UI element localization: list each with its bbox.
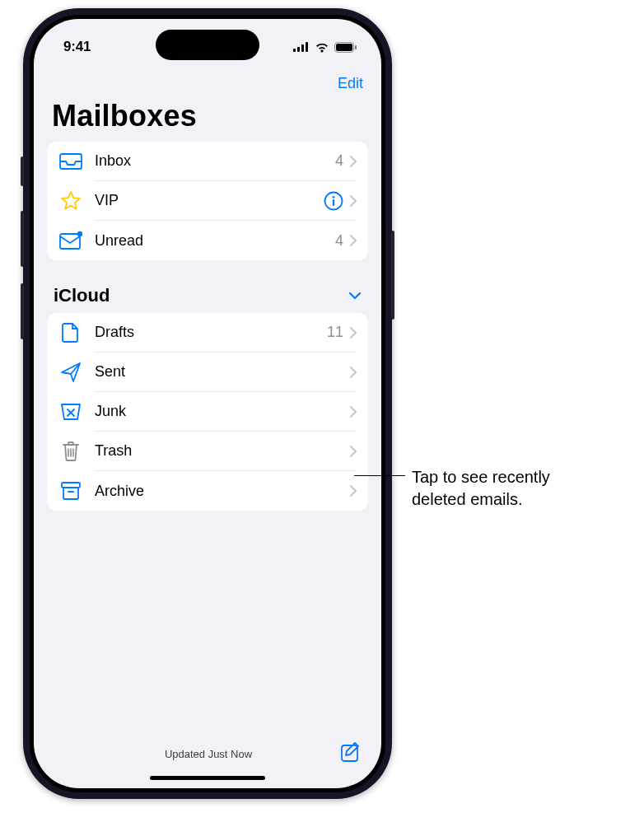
svg-rect-1 — [297, 47, 300, 52]
svg-rect-6 — [355, 45, 357, 49]
chevron-right-icon — [350, 485, 357, 497]
mailbox-label: Drafts — [95, 324, 327, 341]
svg-rect-2 — [301, 44, 304, 52]
sent-icon — [58, 360, 83, 385]
status-time: 9:41 — [63, 39, 91, 55]
smart-mailbox-list: Inbox 4 VIP — [47, 142, 368, 260]
home-indicator[interactable] — [150, 776, 265, 780]
chevron-right-icon — [350, 367, 357, 378]
power-button — [391, 231, 394, 320]
page-title: Mailboxes — [34, 96, 381, 142]
icloud-section-header[interactable]: iCloud — [47, 260, 368, 313]
icloud-mailbox-list: Drafts 11 Sent — [47, 313, 368, 511]
chevron-down-icon — [348, 292, 362, 300]
chevron-right-icon — [350, 195, 357, 207]
nav-bar: Edit — [34, 70, 381, 96]
mailbox-unread[interactable]: Unread 4 — [47, 221, 368, 260]
dynamic-island — [156, 30, 259, 60]
screen: 9:41 Edit Mailboxes — [34, 19, 381, 788]
mailbox-inbox[interactable]: Inbox 4 — [47, 142, 368, 181]
svg-rect-5 — [336, 44, 352, 51]
mailbox-count: 4 — [335, 232, 343, 250]
phone-frame: 9:41 Edit Mailboxes — [23, 8, 392, 799]
compose-icon — [340, 741, 362, 763]
updated-status: Updated Just Now — [165, 748, 252, 760]
mailbox-count: 11 — [327, 324, 343, 341]
drafts-icon — [58, 320, 83, 345]
mailbox-label: Unread — [95, 232, 335, 250]
section-title: iCloud — [54, 285, 110, 306]
callout-text: Tap to see recently deleted emails. — [412, 466, 550, 511]
mailbox-sent[interactable]: Sent — [47, 353, 368, 392]
mailbox-junk[interactable]: Junk — [47, 392, 368, 432]
battery-icon — [334, 42, 357, 53]
svg-rect-10 — [60, 234, 80, 249]
unread-icon — [58, 228, 83, 253]
volume-up-button — [21, 211, 24, 267]
mailbox-label: Trash — [95, 442, 350, 460]
chevron-right-icon — [350, 156, 357, 167]
svg-rect-3 — [306, 42, 308, 52]
star-icon — [58, 189, 83, 213]
toolbar: Updated Just Now — [34, 730, 381, 776]
info-icon — [324, 191, 343, 211]
info-button[interactable] — [324, 191, 343, 211]
archive-icon — [58, 479, 83, 503]
home-indicator-wrap — [34, 776, 381, 788]
callout-line — [354, 475, 405, 476]
content-scroll[interactable]: Inbox 4 VIP — [34, 142, 381, 730]
svg-point-8 — [333, 195, 335, 198]
volume-down-button — [21, 283, 24, 339]
svg-rect-9 — [333, 199, 334, 206]
mailbox-label: Junk — [95, 403, 350, 420]
mailbox-label: Archive — [95, 483, 350, 500]
mailbox-drafts[interactable]: Drafts 11 — [47, 313, 368, 353]
svg-rect-0 — [293, 49, 296, 52]
mailbox-trash[interactable]: Trash — [47, 432, 368, 471]
chevron-right-icon — [350, 235, 357, 246]
svg-point-11 — [77, 231, 82, 236]
compose-button[interactable] — [340, 741, 362, 766]
mailbox-vip[interactable]: VIP — [47, 181, 368, 221]
edit-button[interactable]: Edit — [338, 75, 363, 92]
mailbox-label: Inbox — [95, 152, 335, 170]
cellular-icon — [293, 42, 310, 52]
trash-icon — [58, 439, 83, 464]
chevron-right-icon — [350, 327, 357, 339]
silent-switch — [21, 156, 24, 186]
chevron-right-icon — [350, 406, 357, 418]
mailbox-label: VIP — [95, 192, 324, 209]
mailbox-label: Sent — [95, 363, 350, 381]
svg-rect-12 — [62, 483, 80, 488]
chevron-right-icon — [350, 446, 357, 457]
junk-icon — [58, 399, 83, 424]
mailbox-archive[interactable]: Archive — [47, 471, 368, 511]
inbox-icon — [58, 149, 83, 174]
wifi-icon — [315, 42, 329, 53]
mailbox-count: 4 — [335, 152, 343, 170]
status-icons — [293, 42, 357, 53]
